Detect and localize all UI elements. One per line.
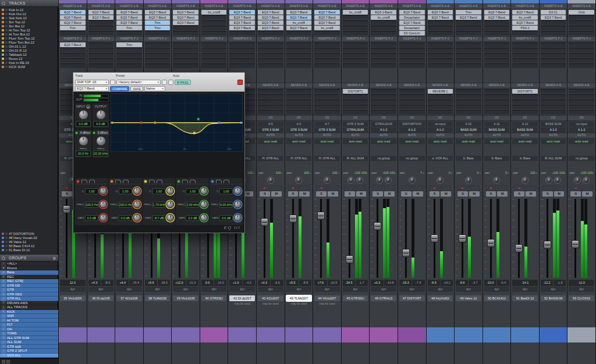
pan-value[interactable]: 100 › xyxy=(332,171,339,174)
insert-slot[interactable]: EQ3 7-Band xyxy=(258,15,283,20)
automation-mode-selector[interactable]: auto read xyxy=(399,139,425,144)
insert-slot[interactable] xyxy=(173,53,198,58)
pan-knob[interactable] xyxy=(385,177,392,184)
output-path-selector[interactable]: GTRALSUM xyxy=(343,127,368,133)
input-monitor-button[interactable] xyxy=(582,185,593,191)
insert-slot[interactable] xyxy=(173,31,198,35)
volume-readout[interactable]: +6.4 xyxy=(116,280,129,286)
insert-slot[interactable] xyxy=(541,48,566,52)
insert-slot[interactable] xyxy=(541,58,566,63)
mute-button[interactable]: M xyxy=(271,191,282,197)
send-slot[interactable] xyxy=(569,89,594,94)
solo-button[interactable]: S xyxy=(372,191,383,197)
track-list-item[interactable]: Kick In.12 xyxy=(0,8,58,12)
send-slot[interactable] xyxy=(314,110,340,115)
send-slot[interactable] xyxy=(371,94,396,99)
insert-slot[interactable] xyxy=(399,58,425,63)
track-list-item[interactable]: 49 Valve.12 xyxy=(0,240,58,244)
automation-mode-selector[interactable]: auto read xyxy=(314,139,340,144)
mf-gain-value[interactable]: -8.7 dB xyxy=(152,215,166,221)
input-monitor-button[interactable] xyxy=(328,185,338,191)
hpf-handle[interactable] xyxy=(111,122,113,124)
hmf-q-value[interactable]: 1.00 xyxy=(186,188,199,194)
hmf-band-handle[interactable] xyxy=(197,117,200,120)
insert-slot[interactable] xyxy=(399,63,425,68)
insert-slot[interactable] xyxy=(343,58,368,63)
insert-slot[interactable] xyxy=(88,53,114,58)
send-slot[interactable] xyxy=(428,110,453,115)
hpf-slope-button[interactable]: 6 dB/oct xyxy=(79,131,91,135)
group-list-item[interactable]: iDRUMS AWS xyxy=(0,301,58,306)
group-list-item[interactable]: rALL SUM xyxy=(0,340,58,345)
automation-mode-selector[interactable]: auto read xyxy=(258,139,283,144)
volume-readout[interactable]: +4.3 xyxy=(88,280,101,286)
track-nameplate[interactable]: 39 Vlv1d105 xyxy=(173,295,198,301)
hf-freq-value[interactable]: 6.00 kHz xyxy=(219,202,233,208)
volume-fader[interactable] xyxy=(289,198,297,279)
peak-readout[interactable]: -3.7 xyxy=(469,280,481,286)
group-list-item[interactable]: dREC GTR] xyxy=(0,279,58,284)
insert-slot[interactable]: bx_cnsl8 xyxy=(314,26,340,30)
insert-slot[interactable] xyxy=(569,15,594,20)
volume-readout[interactable]: -24.5 xyxy=(343,280,355,286)
send-slot[interactable] xyxy=(512,110,538,115)
insert-slot[interactable] xyxy=(343,31,368,35)
track-selector[interactable]: SNR TOP .03▾ xyxy=(75,80,109,85)
dyn-expander-button[interactable]: dyn xyxy=(229,287,255,292)
record-enable-button[interactable] xyxy=(542,185,553,191)
peak-readout[interactable]: -4.2 xyxy=(243,280,255,286)
insert-slot[interactable]: EQ3 7-Band xyxy=(116,20,142,25)
send-slot[interactable] xyxy=(371,105,396,109)
insert-slot[interactable] xyxy=(399,48,425,52)
insert-slot[interactable]: EQ3 7-Band xyxy=(512,10,538,15)
send-slot[interactable] xyxy=(456,105,481,109)
hmf-gain-value[interactable]: 2.2 dB xyxy=(186,215,199,221)
track-list-item[interactable]: Snr Top.12 xyxy=(0,20,58,24)
output-path-selector[interactable]: A 1-2 xyxy=(371,127,396,133)
pan-value[interactable]: ‹100 100› xyxy=(552,171,566,174)
insert-slot[interactable] xyxy=(541,63,566,68)
insert-slot[interactable] xyxy=(145,63,171,68)
hf-q-knob[interactable] xyxy=(234,187,242,195)
volume-fader[interactable] xyxy=(515,198,523,279)
mute-button[interactable]: M xyxy=(299,191,310,197)
shelf-curve-icon[interactable] xyxy=(115,180,121,183)
peak-readout[interactable]: -21.3 xyxy=(186,280,198,286)
group-assignment-selector[interactable]: R: ALL SUM xyxy=(343,156,368,161)
dyn-expander-button[interactable]: dyn xyxy=(456,287,481,292)
send-slot[interactable] xyxy=(541,99,566,104)
compare-button[interactable]: COMPARE xyxy=(110,86,129,91)
mf-freq-value[interactable]: 1.70 kHz xyxy=(152,202,166,208)
solo-button[interactable]: S xyxy=(401,191,411,197)
insert-slot[interactable] xyxy=(371,31,396,35)
insert-slot[interactable] xyxy=(286,63,312,68)
output-path-selector[interactable]: A 1-2 xyxy=(569,127,594,133)
peak-readout[interactable]: 1.7 xyxy=(356,280,368,286)
insert-slot[interactable] xyxy=(229,63,255,68)
record-enable-button[interactable] xyxy=(457,185,468,191)
send-slot[interactable] xyxy=(343,110,368,115)
input-monitor-button[interactable] xyxy=(299,185,310,191)
send-slot[interactable] xyxy=(428,99,453,104)
group-list-item[interactable]: fGTR xyxy=(0,288,58,292)
track-list-item[interactable]: Sub Kick.12 xyxy=(0,16,58,20)
insert-slot[interactable] xyxy=(456,42,481,47)
lpf-handle[interactable] xyxy=(240,122,242,124)
phase-invert-button[interactable]: ø xyxy=(86,105,90,109)
insert-slot[interactable] xyxy=(88,31,114,35)
send-slot[interactable] xyxy=(569,94,594,99)
group-assignment-selector[interactable]: u: VOX ALL xyxy=(428,156,453,161)
insert-slot[interactable]: EQ3 7-Band xyxy=(173,10,198,15)
record-enable-button[interactable] xyxy=(62,185,72,191)
track-nameplate[interactable]: 35 Vlv1d205 xyxy=(60,295,86,301)
pan-value[interactable]: 100 ‹ xyxy=(530,171,537,174)
insert-slot[interactable]: EQ3 7-Band xyxy=(286,10,312,15)
insert-slot[interactable]: EQ3 7-Band xyxy=(116,15,142,20)
automation-mode-selector[interactable]: auto read xyxy=(428,139,453,144)
record-enable-button[interactable] xyxy=(430,185,440,191)
insert-slot[interactable] xyxy=(173,63,198,68)
insert-slot[interactable] xyxy=(371,20,396,25)
insert-slot[interactable] xyxy=(314,63,340,68)
send-slot[interactable]: DISTORT1 xyxy=(343,89,368,94)
insert-slot[interactable]: EQ3 7-Band xyxy=(286,15,312,20)
